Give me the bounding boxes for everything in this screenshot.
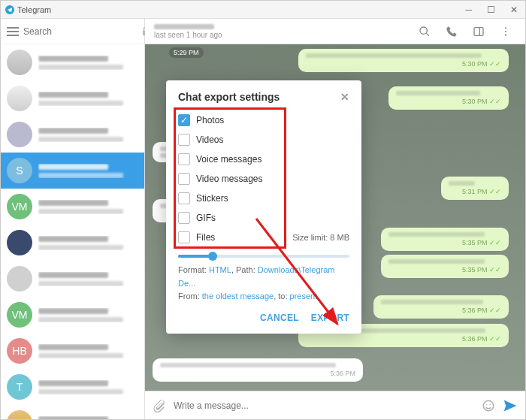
modal-title: Chat export settings — [178, 91, 280, 103]
avatar: T — [7, 374, 32, 400]
size-limit-label: Size limit: 8 MB — [292, 233, 349, 242]
to-link[interactable]: present — [290, 292, 318, 301]
svg-point-5 — [483, 400, 494, 411]
chat-list-item[interactable]: T — [1, 369, 144, 405]
window-maximize-icon[interactable]: ☐ — [484, 5, 498, 15]
option-videos[interactable]: Videos — [178, 130, 349, 150]
chat-status: last seen 1 hour ago — [154, 31, 408, 39]
svg-point-7 — [490, 403, 491, 405]
menu-button[interactable] — [7, 24, 19, 39]
option-label: Video messages — [196, 174, 263, 184]
message-out[interactable]: 5:36 PM ✓✓ — [373, 295, 509, 319]
window-minimize-icon[interactable]: ─ — [462, 5, 475, 15]
avatar — [7, 266, 32, 292]
avatar — [7, 230, 32, 255]
checkbox-icon[interactable] — [178, 231, 190, 243]
msg-time: 5:35 PM — [462, 239, 488, 246]
app-title: Telegram — [17, 5, 51, 14]
cancel-button[interactable]: CANCEL — [260, 313, 299, 323]
option-label: Videos — [196, 134, 223, 145]
msg-time: 5:30 PM — [462, 98, 488, 105]
sidebar: S VM VM HB T — [1, 19, 145, 419]
chat-list-item[interactable]: HB — [1, 333, 144, 369]
svg-point-6 — [486, 403, 488, 405]
chat-list-item[interactable] — [1, 44, 144, 80]
msg-time: 5:35 PM — [462, 266, 488, 273]
chat-list-item[interactable] — [1, 116, 144, 153]
avatar: VM — [7, 194, 32, 219]
size-slider[interactable] — [178, 255, 349, 258]
chat-header: last seen 1 hour ago — [145, 19, 525, 44]
option-gifs[interactable]: GIFs — [178, 208, 349, 228]
message-out[interactable]: 5:30 PM ✓✓ — [388, 86, 509, 110]
option-label: Files — [196, 232, 215, 243]
message-out[interactable]: 5:35 PM ✓✓ — [381, 255, 509, 278]
option-label: Photos — [196, 115, 224, 125]
checkbox-icon[interactable] — [178, 134, 190, 146]
msg-time: 5:31 PM — [462, 188, 488, 195]
chat-list-item[interactable]: VM — [1, 297, 144, 333]
telegram-logo-icon — [5, 5, 14, 14]
format-link[interactable]: HTML — [209, 265, 231, 274]
format-line: Format: HTML, Path: Downloads\Telegram D… — [178, 264, 349, 290]
message-in[interactable]: 5:36 PM — [153, 358, 363, 382]
export-button[interactable]: EXPORT — [311, 313, 349, 323]
checkbox-icon[interactable] — [178, 173, 190, 185]
send-icon[interactable] — [503, 398, 518, 413]
avatar: S — [7, 158, 32, 183]
option-voice-messages[interactable]: Voice messages — [178, 150, 349, 169]
checkbox-icon[interactable] — [178, 192, 190, 204]
option-files[interactable]: FilesSize limit: 8 MB — [178, 228, 349, 247]
avatar: HB — [7, 338, 32, 364]
avatar — [7, 50, 32, 75]
option-label: GIFs — [196, 213, 216, 223]
chat-list-item[interactable] — [1, 405, 144, 419]
avatar: VM — [7, 302, 32, 328]
range-line: From: the oldest message, to: present — [178, 290, 349, 304]
message-out[interactable]: 5:30 PM ✓✓ — [298, 49, 509, 72]
more-icon[interactable] — [495, 26, 516, 38]
checkbox-icon[interactable]: ✓ — [178, 114, 190, 126]
time-pill: 5:29 PM — [169, 47, 204, 58]
option-video-messages[interactable]: Video messages — [178, 169, 349, 189]
attach-icon[interactable] — [153, 399, 166, 412]
msg-time: 5:30 PM — [462, 60, 488, 68]
option-label: Stickers — [196, 193, 228, 204]
svg-point-3 — [505, 30, 506, 32]
message-out[interactable]: 5:31 PM ✓✓ — [441, 177, 509, 200]
panel-icon[interactable] — [468, 26, 489, 38]
svg-rect-0 — [474, 27, 483, 35]
emoji-icon[interactable] — [482, 399, 495, 412]
avatar — [7, 410, 32, 419]
checkbox-icon[interactable] — [178, 153, 190, 165]
option-photos[interactable]: ✓Photos — [178, 110, 349, 130]
chat-list-item[interactable] — [1, 261, 144, 297]
msg-time: 5:36 PM — [462, 335, 488, 343]
search-icon[interactable] — [414, 26, 435, 38]
chat-list: S VM VM HB T — [1, 44, 144, 419]
chat-title — [154, 24, 214, 29]
message-input[interactable] — [174, 400, 474, 411]
option-stickers[interactable]: Stickers — [178, 189, 349, 208]
msg-time: 5:36 PM — [330, 370, 355, 377]
option-label: Voice messages — [196, 154, 261, 165]
message-out[interactable]: 5:35 PM ✓✓ — [381, 228, 509, 251]
call-icon[interactable] — [441, 26, 462, 38]
chat-list-item[interactable]: VM — [1, 189, 144, 225]
search-input[interactable] — [23, 26, 136, 37]
from-link[interactable]: the oldest message — [202, 292, 274, 301]
checkbox-icon[interactable] — [178, 212, 190, 224]
window-close-icon[interactable]: ✕ — [507, 5, 521, 15]
close-icon[interactable]: ✕ — [340, 91, 349, 103]
svg-point-2 — [505, 27, 506, 29]
chat-list-item[interactable] — [1, 80, 144, 116]
export-settings-modal: Chat export settings ✕ ✓Photos Videos Vo… — [166, 80, 361, 334]
svg-point-4 — [505, 34, 506, 35]
avatar — [7, 86, 32, 111]
msg-time: 5:36 PM — [462, 307, 488, 314]
message-input-bar — [145, 391, 525, 419]
chat-list-item-selected[interactable]: S — [1, 153, 144, 189]
chat-list-item[interactable] — [1, 225, 144, 261]
avatar — [7, 122, 32, 147]
titlebar: Telegram ─ ☐ ✕ — [1, 1, 525, 19]
